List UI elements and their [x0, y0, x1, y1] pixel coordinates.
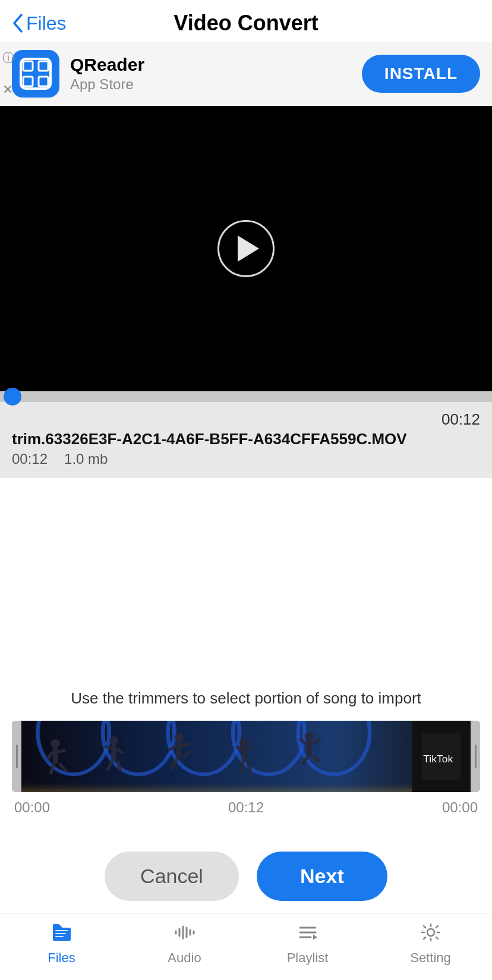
- svg-rect-36: [307, 740, 312, 756]
- svg-rect-44: [55, 930, 68, 931]
- back-label: Files: [26, 12, 67, 34]
- trimmer-handle-line-right: [475, 745, 477, 768]
- time-marker-start: 00:00: [14, 799, 50, 816]
- file-meta: 00:12 1.0 mb: [12, 451, 480, 467]
- filmstrip: TikTok: [21, 721, 471, 792]
- play-icon: [238, 235, 259, 262]
- trimmer-hint: Use the trimmers to select portion of so…: [12, 689, 480, 708]
- seekbar[interactable]: [0, 391, 492, 402]
- tab-playlist[interactable]: Playlist: [246, 922, 369, 966]
- file-name: trim.63326E3F-A2C1-4A6F-B5FF-A634CFFA559…: [12, 430, 480, 448]
- svg-rect-24: [176, 741, 182, 758]
- svg-point-23: [174, 733, 183, 742]
- time-marker-end: 00:00: [442, 799, 478, 816]
- ad-store-label: App Store: [70, 76, 351, 93]
- playlist-icon: [297, 922, 319, 947]
- trimmer-handle-line-left: [16, 745, 18, 768]
- tab-setting[interactable]: Setting: [369, 922, 492, 966]
- svg-point-35: [305, 732, 314, 740]
- ad-app-icon: [12, 50, 59, 98]
- files-icon: [51, 922, 73, 947]
- svg-point-50: [427, 929, 434, 936]
- filmstrip-image: TikTok: [21, 721, 471, 792]
- tab-bar: Files Audio Playlist: [0, 913, 492, 980]
- svg-rect-45: [55, 933, 66, 934]
- tab-audio[interactable]: Audio: [123, 922, 246, 966]
- tab-audio-label: Audio: [168, 950, 201, 966]
- back-button[interactable]: Files: [12, 12, 67, 34]
- tab-files[interactable]: Files: [0, 922, 123, 966]
- video-duration: 00:12: [441, 410, 480, 429]
- svg-point-29: [239, 738, 248, 746]
- svg-rect-3: [39, 77, 48, 86]
- middle-section: Use the trimmers to select portion of so…: [0, 478, 492, 834]
- svg-rect-1: [39, 61, 48, 71]
- svg-line-14: [58, 750, 65, 752]
- svg-rect-30: [241, 746, 247, 762]
- svg-rect-18: [111, 744, 116, 761]
- ad-close-icon[interactable]: ✕: [2, 82, 13, 98]
- seekbar-thumb[interactable]: [4, 388, 21, 406]
- header: Files Video Convert: [0, 0, 492, 42]
- file-meta-duration: 00:12: [12, 451, 48, 467]
- ad-install-button[interactable]: INSTALL: [362, 55, 480, 93]
- svg-rect-2: [23, 77, 33, 86]
- file-meta-size: 1.0 mb: [64, 451, 108, 467]
- file-info: 00:12 trim.63326E3F-A2C1-4A6F-B5FF-A634C…: [0, 402, 492, 478]
- setting-icon: [420, 922, 442, 947]
- seekbar-fill: [0, 391, 492, 402]
- audio-icon: [174, 922, 196, 947]
- svg-rect-46: [55, 936, 64, 937]
- ad-app-name: QReader: [70, 55, 351, 75]
- tab-playlist-label: Playlist: [287, 950, 329, 966]
- ad-banner: ⓘ ✕ QReader App Store INSTALL: [0, 42, 492, 106]
- svg-text:TikTok: TikTok: [423, 754, 453, 765]
- svg-point-17: [109, 736, 118, 745]
- video-player: [0, 106, 492, 391]
- ad-info-icon[interactable]: ⓘ: [2, 50, 14, 66]
- page-title: Video Convert: [174, 11, 318, 36]
- time-marker-mid: 00:12: [228, 799, 264, 816]
- svg-rect-12: [53, 747, 58, 764]
- trimmer-bar[interactable]: TikTok: [12, 721, 480, 792]
- trimmer-section: Use the trimmers to select portion of so…: [0, 689, 492, 816]
- ad-info: QReader App Store: [70, 55, 351, 93]
- trimmer-handle-right[interactable]: [471, 721, 480, 792]
- svg-rect-0: [23, 61, 33, 71]
- play-button[interactable]: [217, 220, 275, 277]
- action-buttons: Cancel Next: [0, 834, 492, 913]
- tab-setting-label: Setting: [410, 950, 451, 966]
- svg-point-11: [51, 739, 59, 747]
- next-button[interactable]: Next: [257, 852, 387, 901]
- cancel-button[interactable]: Cancel: [105, 852, 239, 901]
- trimmer-handle-left[interactable]: [12, 721, 21, 792]
- time-markers: 00:00 00:12 00:00: [12, 799, 480, 816]
- tab-files-label: Files: [48, 950, 75, 966]
